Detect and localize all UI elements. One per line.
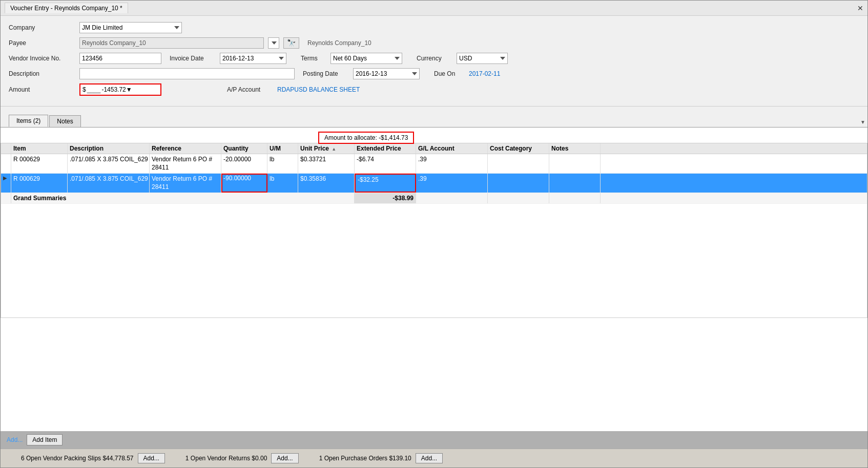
vendor-returns-label: 1 Open Vendor Returns $0.00 (185, 455, 267, 462)
col-unit-price[interactable]: Unit Price ▲ (298, 143, 355, 154)
description-label: Description (9, 70, 75, 77)
company-row: Company JM Die Limited (9, 22, 859, 33)
tabs-section: Items (2) Notes ▼ (1, 107, 867, 127)
row2-quantity: -90.00000 (221, 174, 267, 193)
col-notes[interactable]: Notes (549, 143, 601, 154)
tabs-area: Items (2) Notes ▼ (1, 115, 867, 127)
tab-items-label: Items (2) (16, 117, 40, 124)
invoice-date-select[interactable]: 2016-12-13 (220, 53, 286, 64)
col-reference[interactable]: Reference (150, 143, 221, 154)
allocate-text: Amount to allocate: -$1,414.73 (324, 134, 408, 141)
amount-row: Amount $ ____ -1453.72 ▼ A/P Account RDA… (9, 83, 859, 96)
tab-expand-icon[interactable]: ▼ (860, 119, 865, 125)
form-area: Company JM Die Limited Payee 🔭 Reynolds … (1, 16, 867, 107)
packing-slips-add-button[interactable]: Add... (138, 453, 165, 463)
row2-gl-account: .39 (416, 174, 488, 193)
terms-select[interactable]: Net 60 Days (330, 53, 402, 64)
row1-description: .071/.085 X 3.875 COIL_629 (68, 154, 150, 173)
row1-notes (549, 154, 601, 173)
row1-quantity: -20.00000 (221, 154, 267, 173)
row1-gl-account: .39 (416, 154, 488, 173)
vendor-returns-add-button[interactable]: Add... (271, 453, 298, 463)
amount-value: -1453.72 (101, 86, 126, 93)
main-window: Voucher Entry - Reynolds Company_10 * ✕ … (0, 0, 868, 468)
description-input[interactable] (79, 68, 295, 79)
row1-um: lb (267, 154, 298, 173)
row2-item: R 000629 (11, 174, 68, 193)
row2-description: .071/.085 X 3.875 COIL_629 (68, 174, 150, 193)
packing-slips-label: 6 Open Vendor Packing Slips $44,778.57 (21, 455, 134, 462)
add-item-button[interactable]: Add Item (27, 434, 63, 445)
company-select[interactable]: JM Die Limited (79, 22, 182, 33)
posting-date-select[interactable]: 2016-12-13 (353, 68, 420, 79)
window-title: Voucher Entry - Reynolds Company_10 * (10, 5, 122, 12)
col-um[interactable]: U/M (267, 143, 298, 154)
grand-summaries-row: Grand Summaries -$38.99 (1, 193, 867, 204)
empty-space (1, 318, 867, 431)
row1-extended-price: -$6.74 (355, 154, 416, 173)
table-container: Amount to allocate: -$1,414.73 Item Desc… (1, 127, 867, 431)
vendor-invoice-input[interactable] (79, 53, 161, 64)
row1-item: R 000629 (11, 154, 68, 173)
row1-reference: Vendor Return 6 PO # 28411 (150, 154, 221, 173)
grand-label: Grand Summaries (11, 193, 355, 203)
invoice-row: Vendor Invoice No. Invoice Date 2016-12-… (9, 53, 859, 64)
col-gl-account[interactable]: G/L Account (416, 143, 488, 154)
payee-select-arrow[interactable] (268, 37, 279, 49)
row2-cost-category (488, 174, 549, 193)
purchase-orders-add-button[interactable]: Add... (416, 453, 443, 463)
window-title-tab[interactable]: Voucher Entry - Reynolds Company_10 * (5, 3, 128, 13)
footer-bar: 6 Open Vendor Packing Slips $44,778.57 A… (1, 449, 867, 467)
amount-prefix: $ (82, 86, 86, 93)
due-on-label: Due On (434, 70, 465, 77)
tab-items[interactable]: Items (2) (9, 115, 48, 127)
payee-input (79, 37, 264, 49)
close-button[interactable]: ✕ (857, 4, 863, 12)
table-header-row: Item Description Reference Quantity U/M … (1, 143, 867, 154)
row2-arrow: ▶ (1, 174, 11, 193)
table-row[interactable]: R 000629 .071/.085 X 3.875 COIL_629 Vend… (1, 154, 867, 174)
ap-account-value[interactable]: RDAPUSD BALANCE SHEET (277, 86, 360, 93)
amount-box: $ ____ -1453.72 ▼ (79, 83, 161, 96)
payee-label: Payee (9, 39, 75, 47)
payee-row: Payee 🔭 Reynolds Company_10 (9, 37, 859, 49)
invoice-date-label: Invoice Date (170, 55, 216, 62)
ap-account-label: A/P Account (227, 86, 273, 93)
row1-arrow (1, 154, 11, 173)
purchase-orders-section: 1 Open Purchase Orders $139.10 Add... (319, 453, 443, 463)
grand-total: -$38.99 (355, 193, 416, 203)
company-label: Company (9, 24, 75, 31)
col-cost-category[interactable]: Cost Category (488, 143, 549, 154)
terms-label: Terms (301, 55, 326, 62)
amount-label: Amount (9, 86, 75, 93)
packing-slips-section: 6 Open Vendor Packing Slips $44,778.57 A… (21, 453, 165, 463)
table-row[interactable]: ▶ R 000629 .071/.085 X 3.875 COIL_629 Ve… (1, 174, 867, 193)
grand-arrow (1, 193, 11, 203)
add-link-button[interactable]: Add... (7, 436, 23, 443)
binoculars-button[interactable]: 🔭 (283, 37, 299, 49)
row2-um: lb (267, 174, 298, 193)
amount-dropdown-btn[interactable]: ▼ (126, 86, 132, 93)
description-row: Description Posting Date 2016-12-13 Due … (9, 68, 859, 79)
payee-display-name: Reynolds Company_10 (307, 39, 371, 47)
amount-underline: ____ (87, 86, 101, 93)
row2-extended-price: -$32.25 (355, 174, 416, 193)
allocate-banner: Amount to allocate: -$1,414.73 (318, 132, 414, 144)
vendor-invoice-label: Vendor Invoice No. (9, 55, 75, 62)
data-table: Item Description Reference Quantity U/M … (1, 143, 867, 318)
currency-select[interactable]: USD (457, 53, 508, 64)
col-quantity[interactable]: Quantity (221, 143, 267, 154)
title-bar: Voucher Entry - Reynolds Company_10 * ✕ (1, 1, 867, 16)
allocate-banner-row: Amount to allocate: -$1,414.73 (1, 127, 867, 143)
currency-label: Currency (417, 55, 452, 62)
row2-reference: Vendor Return 6 PO # 28411 (150, 174, 221, 193)
tab-notes[interactable]: Notes (49, 115, 80, 127)
row2-unit-price: $0.35836 (298, 174, 355, 193)
row2-notes (549, 174, 601, 193)
posting-date-label: Posting Date (303, 70, 349, 77)
row1-unit-price: $0.33721 (298, 154, 355, 173)
col-extended-price[interactable]: Extended Price (355, 143, 416, 154)
vendor-returns-section: 1 Open Vendor Returns $0.00 Add... (185, 453, 299, 463)
purchase-orders-label: 1 Open Purchase Orders $139.10 (319, 455, 411, 462)
row1-cost-category (488, 154, 549, 173)
